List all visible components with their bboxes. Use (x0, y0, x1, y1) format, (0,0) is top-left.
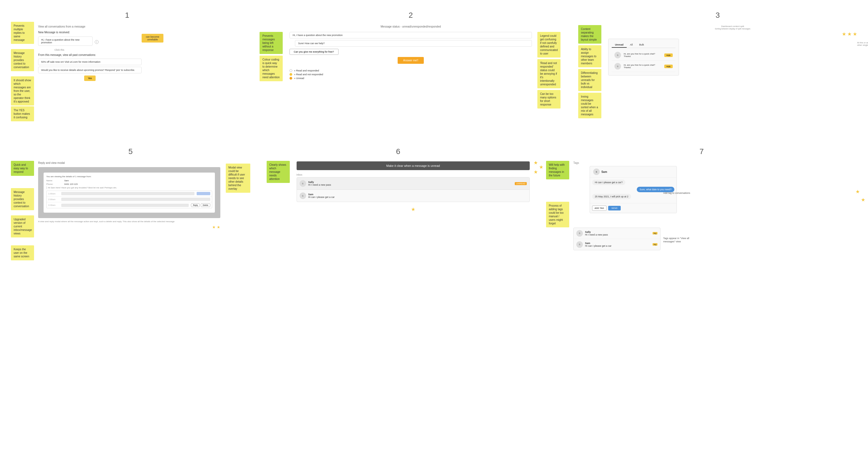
s5-sticky-5: Modal view could be difficult if user ne… (226, 164, 250, 193)
s1-sticky-1: Prevents multiple replies to same messag… (11, 22, 34, 44)
s1-sticky-4: The YES button makes it confusing (11, 106, 34, 121)
s7-tags-appear-note: Tags appear in "View all messages" view (663, 237, 696, 244)
s7-tag-badge-sam: tag (653, 243, 657, 246)
s3-sticky-1: Content separating makes the layout simp… (578, 25, 601, 44)
section-3: 3 Content separating makes the layout si… (578, 11, 857, 120)
s3-msg-2-text: Hi, are you free for a quick chat? Thank… (624, 64, 661, 69)
s6-inbox: S Sally Hi I need a new pass UNREAD S Sa… (297, 177, 530, 202)
s2-cta-btn[interactable]: Can you give me everything for free? (289, 49, 339, 55)
s3-tab-bulk[interactable]: Bulk (636, 42, 647, 48)
s6-banner: Make it clear when a message is unread ★… (297, 162, 530, 170)
s6-msg-sam: S Sam Hi can I please get a car (297, 190, 529, 202)
s5-bar-1 (61, 192, 194, 195)
s7-inbox-sally-name: Sally (585, 231, 650, 233)
s2-legend-item-2: = Read and not responded (289, 73, 532, 76)
s5-bar-3 (61, 204, 189, 207)
s5-phone-value: 0431 123 123 (64, 183, 78, 185)
s7-inbox-avatar-sally: S (576, 230, 583, 237)
s7-inbox-avatar-sam: S (576, 241, 583, 248)
s3-tab-all[interactable]: All (627, 42, 636, 48)
section-6-number: 6 (267, 147, 530, 156)
s2-sticky-1: Prevents messages being left without a r… (259, 32, 283, 54)
s2-dot-2 (289, 73, 292, 76)
s6-sam-text: Hi can I please get a car (308, 196, 527, 198)
s6-sticky-1: Clearly shows which message needs attent… (267, 161, 290, 183)
s5-modal-bg: You are viewing the details of 1 message… (38, 167, 220, 218)
s5-stars: ★ ★ (38, 225, 220, 229)
s7-chat-messages: Hi can I please get a car? Sure, what da… (590, 177, 677, 203)
s7-inbox-panel: S Sally Hi I need a new pass tag S Sam (573, 228, 660, 250)
s7-add-tag-area: Add tag to conversations ★ ★ (663, 191, 857, 195)
s5-delete-btn[interactable]: Delete (201, 203, 210, 207)
s7-star-2: ★ (861, 197, 865, 203)
s1-sticky-2: Message history provides context to conv… (11, 49, 34, 71)
s5-footer: A view and reply modal where all the mes… (38, 220, 220, 223)
s3-stars: ★ ★ ★ (608, 31, 857, 37)
s5-sticky-4: Keeps the user on the same screen (11, 246, 34, 260)
s7-chat-msg-1: Hi can I please get a car? (592, 180, 674, 185)
s6-sally-text: Hi I need a new pass (308, 183, 513, 186)
s5-row3-btns: Reply Delete (191, 203, 210, 207)
s7-main: Tags S Sam Hi can I please get a car? (573, 162, 857, 244)
s5-title: Reply and view modal (38, 162, 220, 164)
s1-click-label: Click this (55, 49, 142, 51)
s1-past-msg-1: 50% off sale now on! Visit uri.com for m… (38, 59, 142, 65)
section-6: 6 Clearly shows which message needs atte… (267, 147, 530, 256)
s7-sticky-2: Process of adding tags could be too manu… (546, 202, 569, 227)
s6-sally-name: Sally (308, 181, 513, 183)
s1-yes-button[interactable]: Yes (84, 76, 96, 81)
s7-inbox-sam-content: Sam Hi can I please get a car (585, 242, 650, 247)
s3-panel: Unread All Bulk S Hi, are you free for a… (608, 39, 679, 76)
s5-msg-rows: 1:00am 2:00am 3:30am (46, 191, 212, 208)
s7-bubble-3: 25 May 2021, I will pick up at 2 (592, 194, 631, 199)
s6-bottom-star: ★ (297, 206, 530, 212)
s2-sticky-4: 'Read and not responded' status could be… (537, 59, 560, 88)
s3-left-stickies: Content separating makes the layout simp… (578, 25, 603, 120)
section-5-number: 5 (11, 147, 250, 156)
s2-center: Hi, I have a question about the new prom… (289, 32, 532, 110)
s7-bottom-inbox: S Sally Hi I need a new pass tag S Sam (573, 228, 857, 244)
s1-info-icon[interactable]: i (95, 40, 99, 44)
s5-modal-inner: You are viewing the details of 1 message… (43, 173, 215, 212)
s7-chat-msg-2: Sure, what date to you need? (592, 187, 674, 192)
s5-name-label: Name: (46, 179, 63, 182)
s6-main: Make it clear when a message is unread ★… (297, 162, 530, 212)
s5-row-2: 2:00am (46, 197, 212, 202)
s3-sticky-4: Inning messages could be sorted when a m… (578, 93, 601, 118)
s5-modal-header: You are viewing the details of 1 message… (46, 175, 212, 178)
s3-sticky-2: Ability to assign messages to other team… (578, 45, 601, 67)
s3-msg-1-btn[interactable]: reply (664, 53, 673, 57)
s7-send-btn[interactable]: SEND (608, 206, 621, 210)
s2-legend: = Read and responded = Read and not resp… (289, 69, 532, 80)
s3-layout: Content separating makes the layout simp… (578, 25, 857, 120)
s6-msg-sally: S Sally Hi I need a new pass UNREAD (297, 177, 529, 190)
s5-row-1: 1:00am (46, 191, 212, 197)
top-row: 1 Prevents multiple replies to same mess… (11, 11, 857, 120)
s2-legend-label-2: = Read and not responded (294, 73, 323, 76)
s1-new-msg-label: New Message is received: (38, 31, 142, 34)
s3-avatar-2: S (614, 63, 621, 69)
s2-answer-btn[interactable]: Answer me!! (398, 57, 424, 64)
s6-star-3: ★ (533, 169, 538, 175)
s5-reply-btn[interactable]: Reply (191, 203, 199, 207)
s7-add-tag-btn[interactable]: ADD TAG (592, 205, 607, 211)
s5-bar-2 (61, 198, 210, 201)
s7-chat-msg-3: 25 May 2021, I will pick up at 2 (592, 194, 674, 199)
s2-legend-label-1: = Read and responded (294, 69, 319, 72)
s7-chat-avatar: S (593, 169, 600, 175)
s3-msg-2-btn[interactable]: reply (664, 65, 673, 68)
s2-incoming: Hi, I have a question about the new prom… (289, 32, 532, 38)
s7-tag-badge-sally: tag (653, 232, 657, 234)
s5-time-1: 1:00am (48, 193, 59, 195)
s5-name-value: Sam (64, 179, 69, 182)
s3-msg-2: S Hi, are you free for a quick chat? Tha… (612, 61, 676, 72)
s3-star-1: ★ (842, 31, 846, 37)
s7-inbox-sam: S Sam Hi can I please get a car tag (574, 239, 660, 250)
s5-msg-content: Hi Sam here! Have you got any troubles? … (46, 187, 212, 189)
s2-sticky-2: Colour coding is quick way to determine … (259, 56, 283, 81)
s6-sam-name: Sam (308, 193, 527, 196)
s5-row-3: 3:30am Reply Delete (46, 202, 212, 208)
s7-chat-panel: S Sam Hi can I please get a car? Sure, w… (590, 166, 677, 213)
s3-tab-unread[interactable]: Unread (612, 42, 627, 48)
s2-dot-1 (289, 69, 292, 72)
